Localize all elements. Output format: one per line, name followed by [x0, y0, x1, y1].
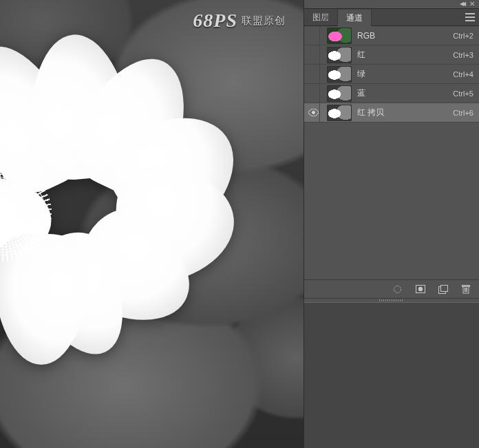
- svg-point-1: [394, 286, 401, 292]
- channel-name: 蓝: [357, 87, 365, 99]
- channel-shortcut: Ctrl+4: [453, 70, 473, 78]
- visibility-toggle[interactable]: [307, 26, 320, 45]
- channel-name: 绿: [357, 68, 365, 80]
- channel-thumbnail: [327, 85, 352, 102]
- channels-list: RGBCtrl+2红Ctrl+3绿Ctrl+4蓝Ctrl+5红 拷贝Ctrl+6: [304, 26, 479, 279]
- eye-icon: [308, 30, 319, 41]
- channel-thumbnail: [327, 47, 352, 63]
- channel-row[interactable]: 红Ctrl+3: [304, 45, 479, 65]
- eye-icon: [308, 88, 319, 99]
- eye-icon: [308, 107, 319, 118]
- channel-row[interactable]: 蓝Ctrl+5: [304, 84, 479, 103]
- watermark-text: 联盟原创: [242, 14, 286, 28]
- load-selection-icon[interactable]: [392, 284, 403, 295]
- lower-panel-area: [304, 303, 479, 448]
- svg-point-0: [312, 111, 315, 114]
- svg-point-3: [418, 287, 422, 291]
- panel-menu-icon[interactable]: [465, 13, 475, 21]
- close-panel-icon[interactable]: ✕: [469, 0, 475, 8]
- eye-icon: [308, 50, 319, 61]
- channel-name: 红 拷贝: [357, 107, 384, 118]
- visibility-toggle[interactable]: [307, 45, 320, 64]
- document-canvas[interactable]: 68PS 联盟原创: [0, 0, 304, 448]
- channel-row[interactable]: 绿Ctrl+4: [304, 65, 479, 84]
- watermark-logo: 68PS: [193, 10, 237, 32]
- channels-footer: [304, 279, 479, 298]
- lotus-flower: [0, 83, 220, 330]
- channel-row[interactable]: 红 拷贝Ctrl+6: [304, 103, 479, 122]
- panel-splitter[interactable]: [304, 298, 479, 303]
- svg-rect-5: [440, 285, 447, 291]
- watermark: 68PS 联盟原创: [193, 10, 286, 32]
- new-channel-icon[interactable]: [438, 284, 448, 295]
- channel-shortcut: Ctrl+6: [453, 109, 473, 117]
- channel-shortcut: Ctrl+5: [453, 89, 473, 98]
- app-root: 68PS 联盟原创 ◀◀ ✕ 图层 通道 RGBCtrl+2红Ctrl+3绿Ct…: [0, 0, 479, 448]
- visibility-toggle[interactable]: [307, 103, 320, 122]
- channel-thumbnail: [327, 66, 352, 83]
- visibility-toggle[interactable]: [307, 65, 320, 83]
- delete-channel-icon[interactable]: [460, 284, 471, 295]
- panel-titlebar: ◀◀ ✕: [304, 0, 479, 9]
- tab-layers[interactable]: 图层: [304, 9, 338, 25]
- channel-shortcut: Ctrl+3: [453, 51, 473, 59]
- panel-tabbar: 图层 通道: [304, 9, 479, 26]
- channel-thumbnail: [327, 105, 352, 121]
- channel-shortcut: Ctrl+2: [453, 32, 473, 40]
- eye-icon: [308, 69, 319, 80]
- collapse-panel-icon[interactable]: ◀◀: [460, 1, 464, 7]
- channel-name: RGB: [357, 31, 375, 41]
- channel-row[interactable]: RGBCtrl+2: [304, 26, 479, 45]
- side-panel: ◀◀ ✕ 图层 通道 RGBCtrl+2红Ctrl+3绿Ctrl+4蓝Ctrl+…: [304, 0, 479, 448]
- channel-thumbnail: [327, 28, 352, 44]
- tab-channels[interactable]: 通道: [338, 10, 372, 26]
- channel-name: 红: [357, 49, 365, 61]
- save-selection-icon[interactable]: [415, 284, 425, 295]
- visibility-toggle[interactable]: [307, 84, 320, 103]
